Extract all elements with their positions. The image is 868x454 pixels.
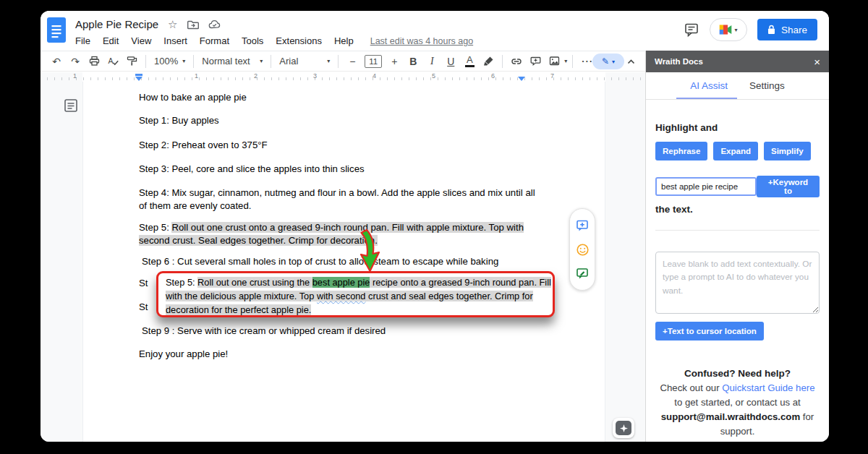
doc-line-intro[interactable]: How to bake an apple pie <box>139 91 247 104</box>
add-comment-float-icon[interactable] <box>576 219 589 232</box>
annotation-line-3: decoration for the perfect apple pie. <box>166 303 545 317</box>
insert-image-button[interactable] <box>545 53 563 70</box>
ruler-number: 3 <box>313 72 317 80</box>
italic-button[interactable]: I <box>423 53 441 70</box>
ai-prompt-textarea[interactable] <box>655 252 820 314</box>
right-indent-marker[interactable] <box>518 77 525 81</box>
google-docs-logo[interactable] <box>47 17 66 43</box>
ruler-number: 4 <box>373 72 376 80</box>
menu-item-extensions[interactable]: Extensions <box>276 35 322 46</box>
menu-item-help[interactable]: Help <box>334 35 354 46</box>
share-button[interactable]: Share <box>757 19 817 40</box>
spellcheck-button[interactable]: A <box>104 53 122 70</box>
zoom-dropdown-arrow: ▾ <box>182 58 185 64</box>
decrease-font-button[interactable]: − <box>344 53 361 70</box>
menu-item-file[interactable]: File <box>75 35 90 46</box>
cloud-saved-icon[interactable] <box>208 20 221 29</box>
text-color-button[interactable]: A <box>461 53 478 70</box>
suggest-edits-icon[interactable] <box>576 267 589 280</box>
keyword-input[interactable] <box>655 177 757 196</box>
menu-item-view[interactable]: View <box>131 35 151 46</box>
doc-line-step9[interactable]: Step 9 : Serve with ice cream or whipped… <box>142 325 386 338</box>
svg-text:A: A <box>108 56 113 65</box>
close-icon[interactable]: × <box>814 56 820 67</box>
ruler-number: 5 <box>432 72 435 80</box>
selected-text: Roll out one crust onto a greased 9-inch… <box>171 222 524 233</box>
keyword-highlight: best apple pie <box>312 277 370 288</box>
increase-font-button[interactable]: + <box>386 53 403 70</box>
menu-item-insert[interactable]: Insert <box>163 35 187 46</box>
editing-mode-button[interactable]: ✎ ▾ <box>592 53 624 69</box>
first-line-indent-marker[interactable] <box>135 77 142 81</box>
insert-link-button[interactable] <box>508 53 525 70</box>
zoom-select[interactable]: 100%▾ <box>151 56 188 67</box>
paint-format-button[interactable] <box>123 53 140 70</box>
spellcheck-underline: with second <box>317 291 366 301</box>
move-folder-icon[interactable] <box>187 20 199 30</box>
help-title: Confused? Need help? <box>655 367 820 381</box>
paragraph-style-select[interactable]: Normal text▾ <box>199 56 265 67</box>
style-dropdown-arrow: ▾ <box>260 58 263 64</box>
titlebar: Apple Pie Recipe ☆ File Edit View Insert… <box>41 11 829 51</box>
bold-button[interactable]: B <box>404 53 422 70</box>
ruler-number: 7 <box>550 72 554 80</box>
doc-line-step4-1[interactable]: Step 4: Mix sugar, cinnamon, nutmeg and … <box>139 187 535 200</box>
add-comment-button[interactable] <box>527 53 544 70</box>
menu-bar: File Edit View Insert Format Tools Exten… <box>75 35 473 46</box>
emoji-reaction-icon[interactable] <box>576 243 590 257</box>
support-email: support@mail.wraithdocs.com <box>661 411 800 422</box>
star-icon[interactable]: ☆ <box>168 19 177 30</box>
add-keyword-button[interactable]: +Keyword to <box>757 176 820 197</box>
share-label: Share <box>781 25 807 35</box>
simplify-button[interactable]: Simplify <box>764 142 811 160</box>
doc-line-step2[interactable]: Step 2: Preheat oven to 375°F <box>139 139 268 152</box>
left-indent-marker[interactable] <box>135 74 142 76</box>
doc-line-step4-2[interactable]: of them are evenly coated. <box>139 200 251 213</box>
highlight-color-button[interactable] <box>480 53 497 70</box>
text-to-cursor-button[interactable]: +Text to cursor location <box>655 322 764 340</box>
menu-item-tools[interactable]: Tools <box>242 35 263 46</box>
menu-item-format[interactable]: Format <box>200 35 229 46</box>
undo-button[interactable]: ↶ <box>48 53 65 70</box>
doc-line-step6[interactable]: Step 6 : Cut several small holes in top … <box>142 255 498 268</box>
comment-history-icon[interactable] <box>684 22 699 38</box>
hide-menus-button[interactable] <box>626 56 636 69</box>
redo-button[interactable]: ↷ <box>67 53 84 70</box>
font-dropdown-arrow: ▾ <box>327 58 330 64</box>
tab-settings[interactable]: Settings <box>749 80 785 91</box>
annotation-line-1: Step 5: Roll out one crust using the bes… <box>166 275 545 289</box>
highlight-actions: Rephrase Expand Simplify <box>655 142 820 160</box>
doc-line-step5-2[interactable]: second crust. Seal edges together. Crimp… <box>139 234 378 247</box>
doc-line-step3[interactable]: Step 3: Peel, core and slice the apples … <box>139 163 365 176</box>
font-size-input[interactable]: 11 <box>365 55 382 68</box>
help-section: Confused? Need help? Check out our Quick… <box>655 367 820 439</box>
tab-ai-assist[interactable]: AI Assist <box>690 80 728 91</box>
doc-line-step1[interactable]: Step 1: Buy apples <box>139 114 219 127</box>
sidebar-header: Wraith Docs × <box>646 51 829 72</box>
ruler[interactable]: 1 1 2 3 4 5 6 7 <box>41 72 645 82</box>
doc-line-step8-fragment[interactable]: St <box>139 301 148 314</box>
document-outline-icon[interactable] <box>63 98 79 113</box>
last-edit-link[interactable]: Last edit was 4 hours ago <box>370 36 473 46</box>
print-button[interactable] <box>85 53 103 70</box>
doc-line-step7-fragment[interactable]: St <box>139 277 148 290</box>
toolbar: ↶ ↷ A 100%▾ Norm <box>41 51 645 72</box>
document-title[interactable]: Apple Pie Recipe <box>75 18 158 30</box>
meet-dropdown-arrow: ▾ <box>734 27 737 33</box>
meet-join-button[interactable]: ▾ <box>710 18 747 41</box>
menu-item-edit[interactable]: Edit <box>103 35 119 46</box>
underline-button[interactable]: U <box>442 53 459 70</box>
rephrase-button[interactable]: Rephrase <box>655 142 707 160</box>
ruler-number: 2 <box>254 72 258 80</box>
image-dropdown-arrow[interactable]: ▾ <box>564 58 567 64</box>
explore-button[interactable] <box>613 418 634 438</box>
ai-suggestion-callout[interactable]: Step 5: Roll out one crust using the bes… <box>156 271 555 317</box>
doc-line-step5-1[interactable]: Step 5: Roll out one crust onto a grease… <box>139 221 524 234</box>
document-canvas: 1 1 2 3 4 5 6 7 How to bake an apple pie… <box>41 72 645 442</box>
font-select[interactable]: Arial▾ <box>276 56 333 67</box>
pencil-icon: ✎ <box>602 56 609 67</box>
doc-line-outro[interactable]: Enjoy your apple pie! <box>139 348 228 361</box>
expand-button[interactable]: Expand <box>713 142 758 160</box>
quickstart-guide-link[interactable]: Quickstart Guide here <box>722 382 814 393</box>
ruler-number: 1 <box>195 72 198 80</box>
